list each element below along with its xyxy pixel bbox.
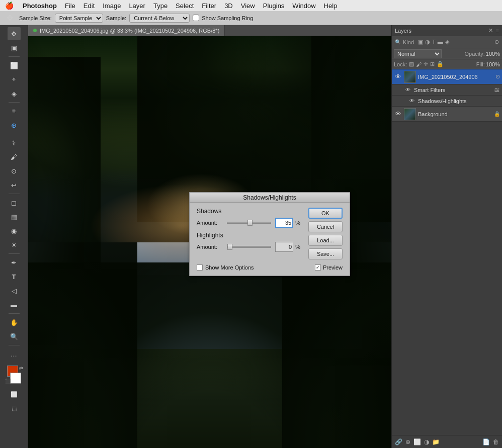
eyedropper-tool[interactable]: ⊕ [8,119,21,132]
new-fill-btn[interactable]: ◑ [424,438,429,445]
hand-tool[interactable]: ✋ [8,316,21,329]
add-mask-btn[interactable]: ⬜ [413,438,421,445]
gradient-tool[interactable]: ▦ [8,210,21,223]
extra-tools-btn[interactable]: … [8,347,21,361]
layer-item-img[interactable]: 👁 IMG_20210502_204906 ⊙ [392,69,502,84]
blur-tool[interactable]: ◉ [8,224,21,237]
opacity-value[interactable]: 100% [486,51,500,57]
highlights-amount-input[interactable] [275,242,293,252]
layer-visibility-img[interactable]: 👁 [394,73,402,81]
layers-mode-row: Normal Opacity: 100% [392,48,502,59]
preview-checkbox[interactable]: ✓ [315,264,321,271]
quick-mask-mode-btn[interactable]: ⬜ [8,388,21,401]
move-tool-btn[interactable]: ✥ [3,12,16,25]
new-layer-btn[interactable]: 📄 [482,438,490,445]
layers-panel-expand-btn[interactable]: ≡ [496,28,499,34]
menu-file[interactable]: File [61,1,79,11]
dialog-title-bar[interactable]: Shadows/Highlights [190,193,350,203]
layers-filter-btn[interactable]: ⊙ [494,39,499,45]
screen-mode-btn[interactable]: ⬚ [8,402,21,415]
crop-tool[interactable]: ⌗ [8,105,21,118]
lock-position-btn[interactable]: ✛ [424,61,428,67]
blend-mode-select[interactable]: Normal [394,49,442,58]
type-layer-icon[interactable]: T [432,39,436,45]
menu-edit[interactable]: Edit [79,1,99,11]
menu-plugins[interactable]: Plugins [259,1,289,11]
add-style-btn[interactable]: ⊕ [405,438,410,445]
pen-tool[interactable]: ✒ [8,256,21,269]
lock-artboard-btn[interactable]: ⊞ [430,61,435,67]
layer-thumb-bg [404,108,416,120]
menu-3d[interactable]: 3D [220,1,237,11]
delete-layer-btn[interactable]: 🗑 [493,438,499,445]
smart-object-icon[interactable]: ◈ [445,39,449,45]
layer-visibility-smart-filters[interactable]: 👁 [404,86,412,94]
cancel-button[interactable]: Cancel [308,221,343,232]
ok-button[interactable]: OK [308,208,343,219]
layer-item-shadows-highlights[interactable]: 👁 Shadows/Highlights [392,96,502,107]
switch-colors-icon[interactable]: ⇄ [19,366,23,371]
highlights-slider-thumb[interactable] [227,244,232,250]
shadows-slider-thumb[interactable] [247,220,253,226]
default-colors-icon[interactable]: ⬛ [5,379,11,384]
show-sampling-ring-checkbox[interactable] [193,15,199,21]
layer-visibility-bg[interactable]: 👁 [394,110,402,118]
type-tool[interactable]: T [8,270,21,283]
menu-help[interactable]: Help [320,1,342,11]
pixel-layer-icon[interactable]: ▣ [418,39,423,45]
save-button[interactable]: Save... [308,248,343,259]
layer-item-background[interactable]: 👁 Background 🔒 [392,107,502,122]
canvas-content[interactable]: Shadows/Highlights Shadows Amount: [28,36,391,448]
show-more-options-checkbox[interactable] [197,264,203,271]
layers-panel-close-btn[interactable]: ✕ [488,27,493,34]
eraser-tool[interactable]: ◻ [8,196,21,209]
brush-tool[interactable]: 🖌 [8,150,21,163]
canvas-tab[interactable]: IMG_20210502_204906.jpg @ 33,3% (IMG_202… [28,25,225,36]
lock-transparent-pixels-btn[interactable]: ▨ [409,61,414,67]
new-group-btn[interactable]: 📁 [432,438,440,445]
menu-photoshop[interactable]: Photoshop [19,1,61,11]
menu-layer[interactable]: Layer [125,1,149,11]
load-button[interactable]: Load... [308,235,343,246]
lock-all-btn[interactable]: 🔒 [437,61,444,67]
sample-value-select[interactable]: Current & Below [129,14,190,23]
spot-heal-tool[interactable]: ⚕ [8,136,21,149]
shape-layer-icon[interactable]: ▬ [438,39,443,45]
quick-select-tool[interactable]: ◈ [8,87,21,100]
shadows-slider[interactable] [227,222,271,224]
lock-image-pixels-btn[interactable]: 🖌 [416,61,422,67]
dodge-tool[interactable]: ☀ [8,238,21,251]
sample-size-select[interactable]: Point Sample [55,14,103,23]
path-select-tool[interactable]: ◁ [8,284,21,297]
menu-type[interactable]: Type [149,1,172,11]
shadows-amount-input[interactable] [275,218,293,228]
menu-view[interactable]: View [237,1,259,11]
highlights-slider[interactable] [227,246,271,248]
apple-menu[interactable]: 🍎 [0,2,19,10]
shadows-amount-row: Amount: % [197,218,300,228]
shape-tool[interactable]: ▬ [8,298,21,311]
menu-select[interactable]: Select [172,1,198,11]
rect-marquee-tool[interactable]: ⬜ [8,59,21,72]
zoom-tool[interactable]: 🔍 [8,330,21,343]
lock-label: Lock: [394,61,407,67]
layer-info-img: IMG_20210502_204906 [418,74,493,80]
clone-tool[interactable]: ⊙ [8,164,21,177]
shadows-section-label: Shadows [197,208,300,215]
layers-panel-header: Layers ✕ ≡ [392,25,502,36]
shadows-percent-sign: % [295,220,300,226]
artboard-tool[interactable]: ▣ [8,41,21,54]
lasso-tool[interactable]: ⌖ [8,73,21,86]
menu-filter[interactable]: Filter [198,1,220,11]
menu-window[interactable]: Window [288,1,319,11]
fill-value[interactable]: 100% [486,61,500,67]
move-tool[interactable]: ✥ [8,27,21,40]
sample-label: Sample: [106,15,126,21]
layer-visibility-sh[interactable]: 👁 [408,97,416,105]
link-layers-btn[interactable]: 🔗 [395,438,402,445]
menu-image[interactable]: Image [99,1,125,11]
layer-item-smart-filters[interactable]: 👁 Smart Filters ≋ [392,84,502,96]
adjustment-layer-icon[interactable]: ◑ [425,39,430,45]
background-color[interactable] [10,373,21,384]
history-brush-tool[interactable]: ↩ [8,178,21,192]
